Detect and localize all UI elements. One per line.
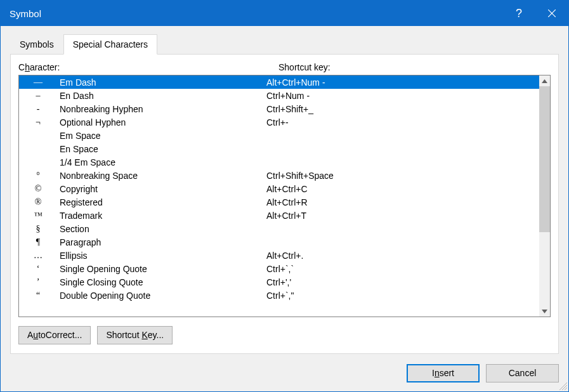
resize-grip-icon[interactable]	[558, 381, 567, 390]
list-item[interactable]: ¬Optional HyphenCtrl+-	[19, 115, 539, 129]
character-symbol: °	[22, 171, 60, 181]
special-characters-panel: Character: Shortcut key: —Em DashAlt+Ctr…	[10, 54, 559, 354]
list-item[interactable]: §Section	[19, 222, 539, 235]
character-shortcut: Alt+Ctrl+Num -	[266, 77, 539, 88]
character-name: Section	[60, 224, 266, 234]
tab-symbols-label: Symbols	[20, 39, 54, 49]
character-symbol: —	[22, 77, 60, 88]
list-item[interactable]: —Em DashAlt+Ctrl+Num -	[19, 75, 539, 89]
chevron-down-icon	[542, 310, 547, 313]
dialog-body: Symbols Special Characters Character: Sh…	[1, 26, 568, 391]
list-item[interactable]: ®RegisteredAlt+Ctrl+R	[19, 195, 539, 209]
character-shortcut: Ctrl+-	[266, 117, 539, 127]
character-list-container: —Em DashAlt+Ctrl+Num -–En DashCtrl+Num -…	[18, 75, 551, 317]
character-name: Em Dash	[60, 77, 266, 88]
character-shortcut: Ctrl+Shift+Space	[266, 171, 539, 181]
tab-strip: Symbols Special Characters	[1, 26, 568, 54]
character-symbol: §	[22, 224, 60, 234]
character-symbol: ™	[22, 211, 60, 221]
list-item[interactable]: –En DashCtrl+Num -	[19, 89, 539, 102]
dialog-footer: Insert Cancel	[1, 354, 568, 391]
list-item[interactable]: “Double Opening QuoteCtrl+`,"	[19, 289, 539, 302]
list-item[interactable]: ™TrademarkAlt+Ctrl+T	[19, 209, 539, 222]
list-item[interactable]: ©CopyrightAlt+Ctrl+C	[19, 182, 539, 195]
cancel-button[interactable]: Cancel	[486, 364, 559, 382]
close-icon	[548, 10, 556, 17]
character-shortcut: Alt+Ctrl+C	[266, 184, 539, 194]
shortcut-header: Shortcut key:	[278, 62, 551, 72]
shortcut-key-button[interactable]: Shortcut Key...	[97, 326, 173, 344]
character-symbol: -	[22, 104, 60, 114]
character-name: Trademark	[60, 211, 266, 221]
scroll-thumb[interactable]	[539, 86, 550, 232]
svg-line-3	[562, 385, 567, 390]
character-name: 1/4 Em Space	[60, 157, 266, 167]
list-item[interactable]: ’Single Closing QuoteCtrl+','	[19, 275, 539, 289]
help-button[interactable]: ?	[502, 1, 535, 26]
symbol-dialog: Symbol ? Symbols Special Characters Char…	[0, 0, 569, 392]
character-name: Optional Hyphen	[60, 117, 266, 127]
tab-special-characters-label: Special Characters	[73, 39, 148, 49]
character-name: Registered	[60, 197, 266, 207]
list-item[interactable]: Em Space	[19, 129, 539, 142]
character-symbol: ¬	[22, 117, 60, 127]
character-shortcut: Ctrl+Shift+_	[266, 104, 539, 114]
list-item[interactable]: -Nonbreaking HyphenCtrl+Shift+_	[19, 102, 539, 115]
scroll-up-button[interactable]	[539, 75, 550, 86]
character-shortcut: Ctrl+','	[266, 277, 539, 287]
character-shortcut: Alt+Ctrl+.	[266, 251, 539, 261]
character-symbol: ’	[22, 277, 60, 287]
character-list[interactable]: —Em DashAlt+Ctrl+Num -–En DashCtrl+Num -…	[19, 75, 539, 317]
character-name: En Dash	[60, 91, 266, 101]
list-item[interactable]: En Space	[19, 142, 539, 155]
character-name: Nonbreaking Hyphen	[60, 104, 266, 114]
list-item[interactable]: ‘Single Opening QuoteCtrl+`,`	[19, 262, 539, 275]
window-title: Symbol	[10, 8, 41, 19]
scrollbar[interactable]	[539, 75, 550, 317]
character-symbol: ®	[22, 197, 60, 207]
character-symbol: ‘	[22, 264, 60, 274]
list-item[interactable]: ¶Paragraph	[19, 235, 539, 249]
character-name: Copyright	[60, 184, 266, 194]
character-shortcut: Alt+Ctrl+R	[266, 197, 539, 207]
help-icon: ?	[516, 7, 522, 20]
scroll-track[interactable]	[539, 86, 550, 306]
character-symbol: ©	[22, 184, 60, 194]
character-header: Character:	[18, 62, 278, 72]
list-item[interactable]: °Nonbreaking SpaceCtrl+Shift+Space	[19, 169, 539, 182]
list-item[interactable]: …EllipsisAlt+Ctrl+.	[19, 249, 539, 262]
character-shortcut: Alt+Ctrl+T	[266, 211, 539, 221]
character-name: Double Opening Quote	[60, 291, 266, 301]
chevron-up-icon	[542, 79, 547, 83]
character-symbol: …	[22, 251, 60, 261]
character-name: Ellipsis	[60, 251, 266, 261]
close-button[interactable]	[535, 1, 568, 26]
character-name: Em Space	[60, 131, 266, 141]
character-shortcut: Ctrl+`,"	[266, 291, 539, 301]
tab-special-characters[interactable]: Special Characters	[63, 34, 157, 55]
panel-button-row: AutoCorrect... Shortcut Key...	[18, 317, 551, 344]
titlebar: Symbol ?	[1, 1, 568, 26]
character-name: En Space	[60, 144, 266, 154]
scroll-down-button[interactable]	[539, 306, 550, 317]
character-symbol: ¶	[22, 237, 60, 247]
cancel-label: Cancel	[509, 368, 537, 378]
autocorrect-button[interactable]: AutoCorrect...	[18, 326, 91, 344]
list-item[interactable]: 1/4 Em Space	[19, 155, 539, 169]
character-name: Single Closing Quote	[60, 277, 266, 287]
svg-line-4	[565, 388, 567, 390]
character-name: Single Opening Quote	[60, 264, 266, 274]
column-headers: Character: Shortcut key:	[18, 62, 551, 75]
character-name: Nonbreaking Space	[60, 171, 266, 181]
character-shortcut: Ctrl+Num -	[266, 91, 539, 101]
insert-button[interactable]: Insert	[407, 364, 480, 382]
character-name: Paragraph	[60, 237, 266, 247]
character-symbol: –	[22, 91, 60, 101]
character-symbol: “	[22, 291, 60, 301]
character-shortcut: Ctrl+`,`	[266, 264, 539, 274]
tab-symbols[interactable]: Symbols	[10, 34, 63, 54]
